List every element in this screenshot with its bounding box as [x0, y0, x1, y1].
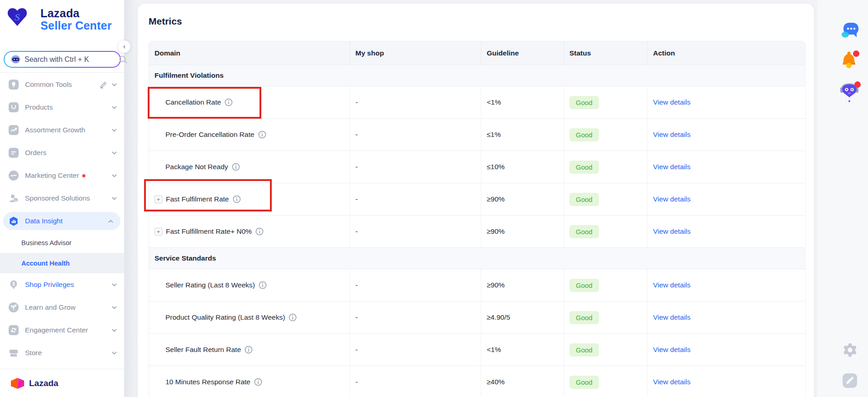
- status-badge: Good: [569, 96, 599, 109]
- sidebar-item-orders[interactable]: Orders: [0, 141, 124, 164]
- chevron-down-icon[interactable]: [112, 306, 117, 309]
- guideline-value: ≥90%: [481, 269, 564, 301]
- guideline-value: <1%: [481, 86, 564, 118]
- guideline-value: ≥4.90/5: [481, 302, 564, 333]
- info-icon[interactable]: [244, 346, 253, 354]
- table-body: Fulfilment Violations + Cancellation Rat…: [149, 65, 805, 397]
- sidebar-item-label: Orders: [25, 149, 46, 157]
- sponsored-person-icon: $: [9, 193, 19, 203]
- settings-gear-icon[interactable]: [843, 342, 858, 360]
- chevron-down-icon[interactable]: [112, 83, 117, 86]
- chevron-down-icon[interactable]: [112, 329, 117, 332]
- sidebar-item-shop-privileges[interactable]: $ Shop Privileges: [0, 273, 124, 296]
- column-header-guideline: Guideline: [481, 41, 564, 65]
- guideline-value: ≥90%: [481, 216, 564, 247]
- view-details-link[interactable]: View details: [653, 378, 690, 386]
- lazada-box-icon: [10, 377, 25, 390]
- chevron-down-icon[interactable]: [112, 197, 117, 200]
- info-icon[interactable]: [255, 227, 264, 236]
- metric-name: Fast Fulfillment Rate+ N0%: [166, 227, 252, 236]
- info-icon[interactable]: [233, 195, 241, 203]
- metric-name: 10 Minutes Response Rate: [165, 378, 250, 386]
- right-icon-rail: [817, 0, 868, 397]
- my-shop-value: -: [349, 151, 481, 183]
- table-row-fast-fulfillment-rate-n0: + Fast Fulfillment Rate+ N0% - ≥90% Good…: [149, 215, 805, 247]
- chevron-up-icon[interactable]: [108, 220, 113, 223]
- data-insight-icon: [9, 216, 19, 226]
- view-details-link[interactable]: View details: [653, 131, 690, 139]
- sidebar-item-label: Shop Privileges: [25, 281, 74, 289]
- sidebar-item-engagement-center[interactable]: Engagement Center: [0, 319, 124, 342]
- sidebar-item-label: Learn and Grow: [25, 303, 75, 312]
- sidebar-item-marketing-center[interactable]: Marketing Center: [0, 164, 124, 187]
- sidebar-item-assortment-growth[interactable]: Assortment Growth: [0, 119, 124, 141]
- sidebar-subitem-account-health[interactable]: Account Health: [0, 253, 124, 273]
- chevron-down-icon[interactable]: [112, 129, 117, 132]
- sidebar-item-label: Store: [25, 349, 42, 357]
- sidebar: S Lazada Seller Center Common: [0, 0, 124, 397]
- chevron-down-icon[interactable]: [112, 106, 117, 109]
- info-icon[interactable]: [258, 131, 266, 139]
- engagement-icon: [9, 325, 19, 335]
- view-details-link[interactable]: View details: [653, 346, 690, 354]
- sprout-icon: [9, 302, 19, 312]
- status-badge: Good: [569, 279, 599, 292]
- table-row-package-not-ready: + Package Not Ready - ≤10% Good View det…: [149, 151, 805, 183]
- sidebar-item-products[interactable]: Products: [0, 96, 124, 119]
- my-shop-value: -: [349, 302, 481, 333]
- sidebar-item-label: Products: [25, 103, 53, 111]
- search-icon[interactable]: [119, 55, 128, 64]
- view-details-link[interactable]: View details: [653, 227, 690, 236]
- chevron-down-icon[interactable]: [112, 174, 117, 177]
- table-header-row: DomainMy shopGuidelineStatusAction: [149, 41, 805, 65]
- sidebar-subitem-business-advisor[interactable]: Business Advisor: [0, 232, 124, 253]
- status-badge: Good: [569, 311, 599, 324]
- table-section-fulfilment-violations: Fulfilment Violations: [149, 65, 805, 86]
- view-details-link[interactable]: View details: [653, 163, 690, 171]
- expand-plus-icon[interactable]: +: [155, 228, 162, 236]
- chat-icon[interactable]: [841, 22, 859, 41]
- sidebar-item-learn-and-grow[interactable]: Learn and Grow: [0, 296, 124, 319]
- metric-name: Pre-Order Cancellation Rate: [165, 131, 254, 139]
- sidebar-item-sponsored-solutions[interactable]: $ Sponsored Solutions: [0, 187, 124, 210]
- search-input[interactable]: [25, 55, 119, 64]
- brand-line2: Seller Center: [40, 20, 112, 32]
- chevron-down-icon[interactable]: [112, 151, 117, 155]
- sidebar-item-data-insight[interactable]: Data Insight: [3, 212, 120, 230]
- assistant-bot-icon[interactable]: [839, 80, 861, 107]
- metric-name: Package Not Ready: [165, 163, 228, 171]
- bulb-icon: [9, 80, 19, 90]
- svg-text:S: S: [15, 11, 20, 23]
- feedback-pencil-icon[interactable]: [843, 373, 857, 390]
- sidebar-item-label: Engagement Center: [25, 326, 88, 334]
- my-shop-value: -: [349, 334, 481, 366]
- table-row-cancellation-rate: + Cancellation Rate - <1% Good View deta…: [149, 86, 805, 118]
- metric-name: Seller Fault Return Rate: [165, 346, 241, 354]
- search-bot-avatar-icon: [11, 55, 20, 64]
- info-icon[interactable]: [289, 313, 297, 322]
- app-logo[interactable]: S Lazada Seller Center: [0, 0, 124, 31]
- view-details-link[interactable]: View details: [653, 281, 690, 289]
- chevron-down-icon[interactable]: [112, 283, 117, 286]
- info-icon[interactable]: [224, 98, 233, 106]
- view-details-link[interactable]: View details: [653, 98, 690, 106]
- sidebar-item-label: Sponsored Solutions: [25, 194, 90, 202]
- info-icon[interactable]: [232, 163, 240, 171]
- notification-bell-icon[interactable]: [841, 50, 860, 72]
- view-details-link[interactable]: View details: [653, 313, 690, 322]
- info-icon[interactable]: [254, 378, 262, 386]
- sidebar-item-store[interactable]: Store: [0, 342, 124, 364]
- chevron-down-icon[interactable]: [112, 352, 117, 355]
- sidebar-item-common-tools[interactable]: Common Tools: [0, 73, 124, 96]
- expand-plus-icon[interactable]: +: [155, 196, 162, 203]
- sidebar-collapse-button[interactable]: ‹: [118, 40, 130, 53]
- metrics-table: DomainMy shopGuidelineStatusAction Fulfi…: [149, 41, 806, 397]
- edit-pencil-icon[interactable]: [100, 81, 107, 89]
- view-details-link[interactable]: View details: [653, 195, 690, 203]
- info-icon[interactable]: [259, 281, 267, 289]
- brand-line1: Lazada: [40, 7, 112, 20]
- global-search[interactable]: [4, 51, 121, 68]
- dollar-badge-icon: $: [9, 280, 19, 290]
- column-header-domain: Domain: [149, 41, 349, 65]
- seller-center-heart-icon: S: [6, 7, 29, 28]
